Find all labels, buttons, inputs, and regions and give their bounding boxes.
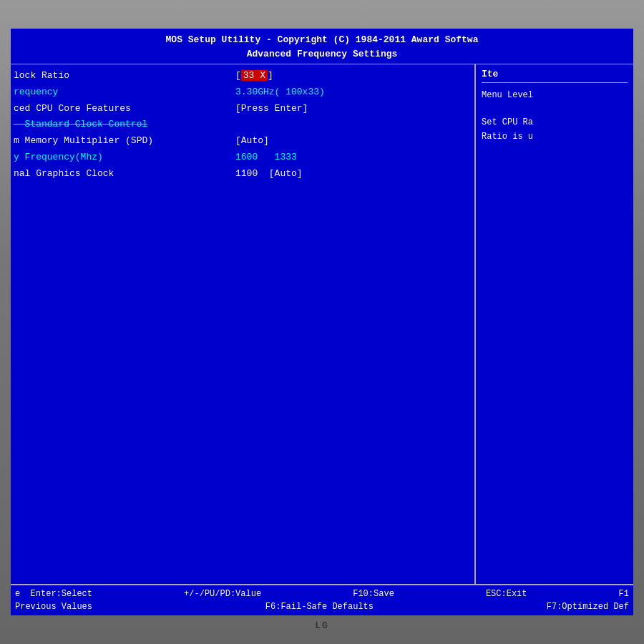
table-row: requency 3.30GHz( 100x33) <box>14 85 472 100</box>
row-label-std-clock: Standard Clock Control <box>14 117 235 132</box>
table-row: y Frequency(Mhz) 1600 1333 <box>14 150 472 165</box>
bios-header: MOS Setup Utility - Copyright (C) 1984-2… <box>11 29 633 64</box>
footer-item-save: F10:Save <box>353 587 394 600</box>
row-value-mem-mult[interactable]: [Auto] <box>235 134 269 149</box>
side-panel-line-4: Ratio is u <box>482 130 628 144</box>
bios-footer: e Enter:Select +/-/PU/PD:Value F10:Save … <box>11 584 633 615</box>
main-panel: lock Ratio [33 X] requency 3.30GHz( 100x… <box>11 64 476 584</box>
footer-item-exit: ESC:Exit <box>486 587 527 600</box>
side-panel-line-2 <box>482 102 628 116</box>
footer-item-type: e Enter:Select <box>15 587 92 600</box>
header-subtitle: Advanced Frequency Settings <box>14 47 630 62</box>
row-value-frequency: 3.30GHz( 100x33) <box>235 85 325 100</box>
row-value-mem-freq: 1600 1333 <box>235 150 297 165</box>
screen: MOS Setup Utility - Copyright (C) 1984-2… <box>11 29 633 615</box>
row-label-mem-freq: y Frequency(Mhz) <box>14 150 235 165</box>
monitor-bezel: MOS Setup Utility - Copyright (C) 1984-2… <box>0 0 644 644</box>
side-panel: Ite Menu Level Set CPU Ra Ratio is u <box>476 64 633 584</box>
side-panel-content: Menu Level Set CPU Ra Ratio is u <box>482 89 628 144</box>
footer-row-2: Previous Values F6:Fail-Safe Defaults F7… <box>15 600 629 613</box>
selected-value[interactable]: 33 X <box>241 70 268 81</box>
table-row: nal Graphics Clock 1100 [Auto] <box>14 167 472 182</box>
content-area: lock Ratio [33 X] requency 3.30GHz( 100x… <box>11 64 633 584</box>
table-row: lock Ratio [33 X] <box>14 69 472 84</box>
side-panel-line-3: Set CPU Ra <box>482 116 628 130</box>
footer-item-optimized: F7:Optimized Def <box>547 600 629 613</box>
row-label-mem-mult: m Memory Multiplier (SPD) <box>14 134 235 149</box>
row-label-clock-ratio: lock Ratio <box>14 69 235 84</box>
row-value-cpu-core[interactable]: [Press Enter] <box>235 102 308 117</box>
header-title: MOS Setup Utility - Copyright (C) 1984-2… <box>14 33 630 47</box>
row-value-clock-ratio: [33 X] <box>235 69 273 84</box>
footer-row-1: e Enter:Select +/-/PU/PD:Value F10:Save … <box>15 587 629 600</box>
table-row: m Memory Multiplier (SPD) [Auto] <box>14 134 472 149</box>
row-value-igc: 1100 [Auto] <box>235 167 303 182</box>
table-row: Standard Clock Control <box>14 117 472 132</box>
row-label-cpu-core: ced CPU Core Features <box>14 102 235 117</box>
side-panel-title: Ite <box>482 69 628 83</box>
row-label-frequency: requency <box>14 85 235 100</box>
monitor-brand-label: LG <box>315 620 329 631</box>
footer-item-prev: Previous Values <box>15 600 92 613</box>
table-row: ced CPU Core Features [Press Enter] <box>14 102 472 117</box>
row-label-igc: nal Graphics Clock <box>14 167 235 182</box>
footer-item-failsafe: F6:Fail-Safe Defaults <box>265 600 374 613</box>
footer-item-value: +/-/PU/PD:Value <box>184 587 261 600</box>
footer-item-f1: F1 <box>619 587 629 600</box>
side-panel-line-1: Menu Level <box>482 89 628 102</box>
